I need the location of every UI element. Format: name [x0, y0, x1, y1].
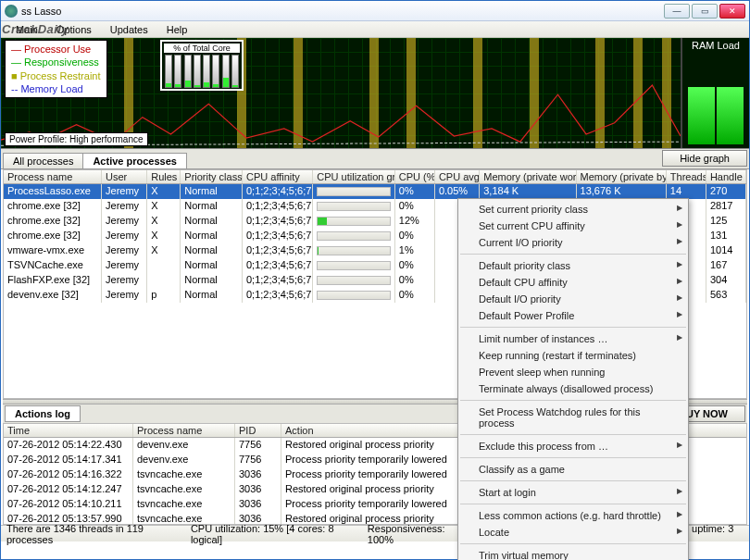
status-threads: There are 1346 threads in 119 processes	[6, 523, 167, 545]
menu-item[interactable]: Set current CPU affinity	[458, 218, 688, 234]
col-header[interactable]: CPU avg	[435, 170, 480, 183]
menu-item[interactable]: Terminate always (disallowed process)	[458, 380, 688, 397]
tabbar: All processes Active processes Hide grap…	[1, 149, 749, 169]
col-header[interactable]: User	[102, 170, 147, 183]
col-header[interactable]: Handle	[706, 170, 746, 183]
menu-item[interactable]: Trim virtual memory	[458, 547, 688, 560]
log-col-header[interactable]: Time	[4, 424, 133, 437]
graph-legend: — Processor Use — Responsiveness ■ Proce…	[5, 40, 107, 98]
titlebar[interactable]: ss Lasso — ▭ ✕	[1, 1, 749, 21]
menu-item[interactable]: Default I/O priority	[458, 291, 688, 307]
col-header[interactable]: Memory (private wor…	[480, 170, 576, 183]
menu-item[interactable]: Start at login	[458, 484, 688, 501]
window-title: ss Lasso	[21, 6, 664, 17]
col-header[interactable]: Rules	[147, 170, 181, 183]
menu-item[interactable]: Set Process Watchdog rules for this proc…	[458, 404, 688, 431]
col-header[interactable]: CPU affinity	[243, 170, 313, 183]
col-header[interactable]: Process name	[4, 170, 102, 183]
hide-graph-button[interactable]: Hide graph	[662, 150, 747, 167]
menu-item[interactable]: Prevent sleep when running	[458, 364, 688, 380]
menu-item[interactable]: Keep running (restart if terminates)	[458, 347, 688, 364]
menu-item[interactable]: Less common actions (e.g. hard throttle)	[458, 507, 688, 524]
menubar: MainOptionsUpdatesHelp	[1, 21, 749, 38]
total-core-gauge: % of Total Core	[160, 40, 244, 91]
menu-main[interactable]: Main	[6, 22, 47, 37]
col-header[interactable]: Threads	[667, 170, 706, 183]
menu-item[interactable]: Default priority class	[458, 257, 688, 274]
maximize-button[interactable]: ▭	[692, 4, 718, 19]
menu-item[interactable]: Current I/O priority	[458, 234, 688, 251]
col-header[interactable]: CPU (%)	[395, 170, 435, 183]
menu-help[interactable]: Help	[157, 22, 197, 37]
menu-options[interactable]: Options	[47, 22, 101, 37]
log-col-header[interactable]: Process name	[133, 424, 235, 437]
col-header[interactable]: Memory (private bytes)	[577, 170, 667, 183]
context-menu[interactable]: Set current priority classSet current CP…	[457, 198, 689, 560]
menu-item[interactable]: Classify as a game	[458, 461, 688, 478]
menu-item[interactable]: Set current priority class	[458, 201, 688, 218]
ram-load-gauge: RAM Load	[681, 38, 749, 148]
menu-item[interactable]: Locate	[458, 524, 688, 541]
minimize-button[interactable]: —	[664, 4, 690, 19]
menu-item[interactable]: Default Power Profile	[458, 307, 688, 324]
status-cpu: CPU utilization: 15% [4 cores: 8 logical…	[191, 523, 344, 545]
col-header[interactable]: CPU utilization graph	[313, 170, 395, 183]
table-row[interactable]: ProcessLasso.exeJeremyXNormal0;1;2;3;4;5…	[4, 184, 746, 199]
close-button[interactable]: ✕	[719, 4, 745, 19]
menu-item[interactable]: Default CPU affinity	[458, 274, 688, 291]
status-resp: Responsiveness: 100%	[368, 523, 459, 545]
col-header[interactable]: Priority class	[181, 170, 243, 183]
menu-item[interactable]: Exclude this process from …	[458, 438, 688, 454]
actions-log-tab[interactable]: Actions log	[5, 405, 81, 422]
log-col-header[interactable]: PID	[235, 424, 281, 437]
perf-graph: — Processor Use — Responsiveness ■ Proce…	[1, 38, 749, 149]
menu-item[interactable]: Limit number of instances …	[458, 330, 688, 347]
app-icon	[5, 5, 18, 18]
tab-active-processes[interactable]: Active processes	[82, 153, 187, 168]
tab-all-processes[interactable]: All processes	[3, 153, 83, 168]
power-profile-label: Power Profile: High performance	[5, 132, 148, 146]
menu-updates[interactable]: Updates	[101, 22, 157, 37]
